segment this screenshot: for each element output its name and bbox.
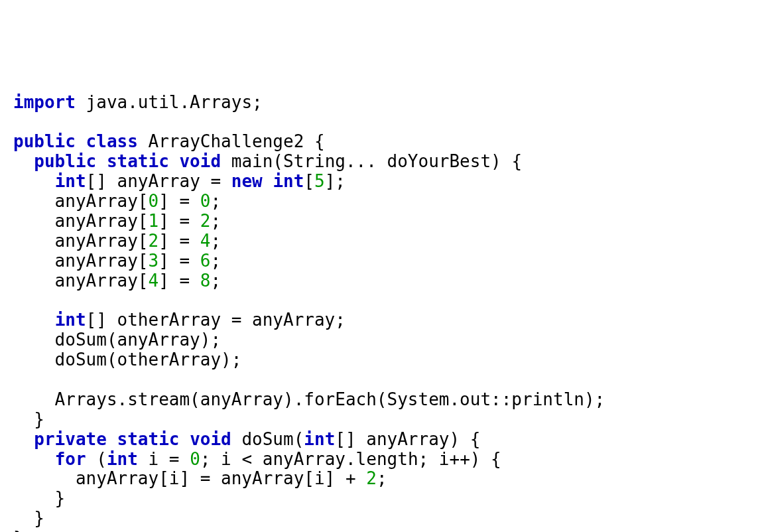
line-7: anyArray[1] = 2; [13,211,221,231]
number: 0 [200,191,211,211]
text: [] anyArray) { [335,429,480,449]
number: 5 [314,171,325,191]
code-block: import java.util.Arrays; public class Ar… [13,93,747,532]
number: 4 [149,271,159,291]
text: ] = [158,231,200,251]
semi: ; [210,251,221,271]
line-14: doSum(otherArray); [13,350,241,369]
line-8: anyArray[2] = 4; [13,231,221,251]
line-10: anyArray[4] = 8; [13,271,221,291]
keyword-void: void [190,429,231,449]
space [179,429,190,449]
number: 2 [366,468,377,488]
text: ] = [158,191,200,211]
line-13: doSum(anyArray); [13,330,221,350]
line-19: for (int i = 0; i < anyArray.length; i++… [13,449,501,469]
number: 8 [200,271,211,291]
keyword-private: private [34,429,107,449]
line-16: Arrays.stream(anyArray).forEach(System.o… [13,389,605,409]
type-int: int [273,171,304,191]
number: 0 [190,449,200,469]
keyword-class: class [86,131,138,151]
keyword-for: for [55,449,86,469]
text: [] anyArray = [86,171,231,191]
text: anyArray[ [13,231,149,251]
text: anyArray[ [13,251,149,271]
keyword-new: new [231,171,263,191]
number: 6 [200,251,211,271]
number: 1 [149,211,159,231]
line-3: public class ArrayChallenge2 { [13,131,325,151]
type-int: int [55,310,86,330]
line-1: import java.util.Arrays; [13,92,263,112]
semi: ; [210,271,221,291]
line-9: anyArray[3] = 6; [13,251,221,271]
keyword-public: public [13,131,76,151]
text: [] otherArray = anyArray; [86,310,346,330]
type-int: int [304,429,335,449]
type-int: int [55,171,86,191]
number: 4 [200,231,211,251]
indent [13,151,34,171]
line-21: } [13,488,65,508]
text: ] = [158,251,200,271]
number: 0 [149,191,159,211]
class-name: ArrayChallenge2 { [138,131,325,151]
text: ] = [158,271,200,291]
semi: ; [377,468,387,488]
indent [13,171,55,191]
space [107,429,117,449]
semi: ; [210,211,221,231]
semi: ; [210,231,221,251]
text: ] = [158,211,200,231]
keyword-static: static [107,151,169,171]
line-23: } [13,528,24,532]
indent [13,429,34,449]
text: java.util.Arrays; [76,92,263,112]
line-18: private static void doSum(int[] anyArray… [13,429,480,449]
space [169,151,180,171]
number: 2 [149,231,159,251]
number: 2 [200,211,211,231]
line-4: public static void main(String... doYour… [13,151,522,171]
text: doSum( [231,429,304,449]
main-sig: main(String... doYourBest) { [221,151,522,171]
indent [13,449,55,469]
text: ( [86,449,107,469]
text: anyArray[ [13,191,149,211]
line-17: } [13,409,44,429]
keyword-static: static [117,429,180,449]
text: ]; [325,171,346,191]
indent [13,310,55,330]
text: anyArray[ [13,271,149,291]
semi: ; [210,191,221,211]
line-22: } [13,508,44,528]
bracket: [ [304,171,314,191]
keyword-public: public [34,151,96,171]
type-int: int [107,449,138,469]
text: anyArray[i] = anyArray[i] + [13,468,366,488]
space [76,131,86,151]
line-6: anyArray[0] = 0; [13,191,221,211]
line-20: anyArray[i] = anyArray[i] + 2; [13,468,387,488]
keyword-import: import [13,92,76,112]
keyword-void: void [179,151,221,171]
line-12: int[] otherArray = anyArray; [13,310,346,330]
line-5: int[] anyArray = new int[5]; [13,171,346,191]
space [96,151,107,171]
text: i = [138,449,190,469]
number: 3 [149,251,159,271]
text: ; i < anyArray.length; i++) { [200,449,501,469]
text: anyArray[ [13,211,149,231]
space [263,171,273,191]
